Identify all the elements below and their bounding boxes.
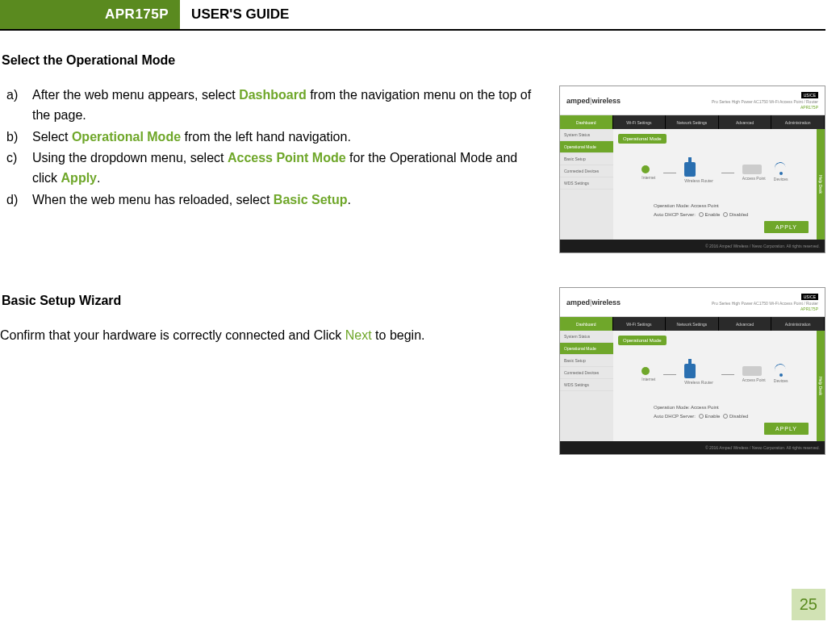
diagram-label: Wireless Router	[684, 178, 713, 183]
tab-administration[interactable]: Administration	[771, 317, 825, 331]
diagram-label: Internet	[641, 377, 655, 382]
help-desk-tab[interactable]: Help Desk	[817, 331, 825, 441]
tab-network-settings[interactable]: Network Settings	[666, 115, 719, 129]
diagram-label: Wireless Router	[684, 380, 713, 385]
screenshot-basic-setup: amped|wireless US/CE Pro Series High Pow…	[559, 287, 825, 455]
diagram-label: Devices	[774, 378, 788, 383]
diagram-label: Internet	[641, 175, 655, 180]
tab-administration[interactable]: Administration	[771, 115, 825, 129]
sidebar-item-basic-setup[interactable]: Basic Setup	[560, 153, 613, 165]
list-text: Using the dropdown menu, select	[32, 151, 228, 165]
tab-wifi-settings[interactable]: Wi-Fi Settings	[613, 115, 667, 129]
fig-footer: © 2016 Amped Wireless / Newo Corporation…	[560, 240, 825, 252]
control-label: Auto DHCP Server:	[654, 212, 696, 217]
fig-logo-block: amped|wireless	[566, 298, 621, 306]
access-point-icon	[742, 165, 762, 174]
list-marker: b)	[6, 127, 27, 148]
radio-disabled[interactable]	[723, 212, 728, 217]
fig-body: System Status Operational Mode Basic Set…	[560, 331, 825, 441]
radio-enable[interactable]	[699, 212, 704, 217]
brand-logo: amped|wireless	[566, 97, 621, 105]
section-heading-basic-setup: Basic Setup Wizard	[2, 294, 545, 308]
list-text: When the web menu has reloaded, select	[32, 193, 274, 206]
instruction-list-col: a) After the web menu appears, select Da…	[0, 85, 545, 212]
tab-advanced[interactable]: Advanced	[719, 115, 772, 129]
radio-label: Enable	[705, 414, 721, 419]
radio-disabled[interactable]	[723, 414, 728, 419]
sidebar-item-operational-mode[interactable]: Operational Mode	[560, 141, 613, 153]
router-icon	[684, 364, 696, 378]
brand-logo: amped|wireless	[566, 298, 621, 306]
fig-header: amped|wireless US/CE Pro Series High Pow…	[560, 288, 825, 317]
fig-header: amped|wireless US/CE Pro Series High Pow…	[560, 86, 825, 115]
basic-setup-paragraph: Confirm that your hardware is correctly …	[0, 326, 545, 346]
tab-dashboard[interactable]: Dashboard	[560, 115, 613, 129]
help-desk-tab[interactable]: Help Desk	[817, 129, 825, 240]
wifi-icon	[774, 365, 788, 377]
fig-subtitle: Pro Series High Power AC1750 Wi-Fi Acces…	[712, 301, 818, 306]
sidebar-item-system-status[interactable]: System Status	[560, 129, 613, 141]
product-badge: APR175P	[0, 0, 180, 29]
highlight-term: Operational Mode	[72, 130, 181, 144]
fig-footer: © 2016 Amped Wireless / Newo Corporation…	[560, 441, 825, 454]
control-row: Auto DHCP Server: Enable Disabled	[654, 211, 812, 219]
diagram-label: Devices	[774, 177, 788, 181]
fig-sidebar: System Status Operational Mode Basic Set…	[560, 129, 613, 240]
list-item: a) After the web menu appears, select Da…	[32, 85, 545, 126]
sidebar-item-wds-settings[interactable]: WDS Settings	[560, 379, 613, 391]
fig-sidebar: System Status Operational Mode Basic Set…	[560, 331, 613, 441]
list-marker: d)	[6, 190, 27, 211]
highlight-term: Next	[345, 328, 372, 342]
dropdown-operation-mode[interactable]: Access Point	[691, 203, 719, 208]
diagram-label: Access Point	[742, 377, 766, 382]
basic-setup-text: Basic Setup Wizard Confirm that your har…	[0, 287, 545, 346]
list-item: b) Select Operational Mode from the left…	[32, 127, 545, 148]
fig-body: System Status Operational Mode Basic Set…	[560, 129, 825, 240]
sidebar-item-operational-mode[interactable]: Operational Mode	[560, 343, 613, 355]
tab-wifi-settings[interactable]: Wi-Fi Settings	[613, 317, 667, 331]
fig-nav-tabs: Dashboard Wi-Fi Settings Network Setting…	[560, 115, 825, 129]
list-text: .	[97, 171, 100, 185]
globe-icon	[641, 367, 650, 375]
network-diagram: Internet Wireless Router Access Point	[618, 352, 812, 397]
tab-network-settings[interactable]: Network Settings	[666, 317, 719, 331]
para-text: Confirm that your hardware is correctly …	[0, 328, 345, 342]
tab-advanced[interactable]: Advanced	[719, 317, 772, 331]
list-text: .	[347, 193, 350, 206]
fig-main: Operational Mode Internet Wireless Route…	[613, 129, 817, 240]
guide-title: USER'S GUIDE	[180, 0, 289, 29]
diagram-label: Access Point	[742, 176, 766, 181]
fig-model: APR175P	[800, 306, 818, 311]
connector-line	[663, 173, 676, 173]
locale-badge: US/CE	[801, 294, 818, 300]
para-text: to begin.	[372, 328, 425, 342]
radio-enable[interactable]	[699, 414, 704, 419]
fig-subtitle: Pro Series High Power AC1750 Wi-Fi Acces…	[712, 99, 818, 104]
fig-model: APR175P	[800, 105, 818, 110]
list-text: from the left hand navigation.	[181, 130, 351, 144]
sidebar-item-connected-devices[interactable]: Connected Devices	[560, 367, 613, 379]
instruction-list: a) After the web menu appears, select Da…	[0, 85, 545, 211]
radio-label: Disabled	[729, 212, 748, 217]
sidebar-item-system-status[interactable]: System Status	[560, 331, 613, 343]
dropdown-operation-mode[interactable]: Access Point	[691, 405, 719, 410]
section-basic-setup: Basic Setup Wizard Confirm that your har…	[0, 287, 825, 455]
apply-button[interactable]: APPLY	[764, 423, 809, 435]
tab-dashboard[interactable]: Dashboard	[560, 317, 613, 331]
highlight-term: Basic Setup	[274, 193, 348, 206]
highlight-term: Apply	[61, 171, 97, 185]
apply-button[interactable]: APPLY	[764, 221, 809, 233]
sidebar-item-basic-setup[interactable]: Basic Setup	[560, 355, 613, 367]
router-icon	[684, 162, 696, 177]
sidebar-item-connected-devices[interactable]: Connected Devices	[560, 165, 613, 177]
list-marker: a)	[6, 85, 27, 106]
access-point-icon	[742, 366, 762, 376]
fig-header-right: US/CE Pro Series High Power AC1750 Wi-Fi…	[712, 294, 818, 311]
control-label: Operation Mode:	[654, 405, 690, 410]
list-text: After the web menu appears, select	[32, 88, 239, 102]
network-diagram: Internet Wireless Router Access Point	[618, 150, 812, 195]
sidebar-item-wds-settings[interactable]: WDS Settings	[560, 177, 613, 190]
list-text: Select	[32, 130, 72, 144]
fig-header-right: US/CE Pro Series High Power AC1750 Wi-Fi…	[712, 92, 818, 110]
section-operational-mode: a) After the web menu appears, select Da…	[0, 85, 825, 253]
